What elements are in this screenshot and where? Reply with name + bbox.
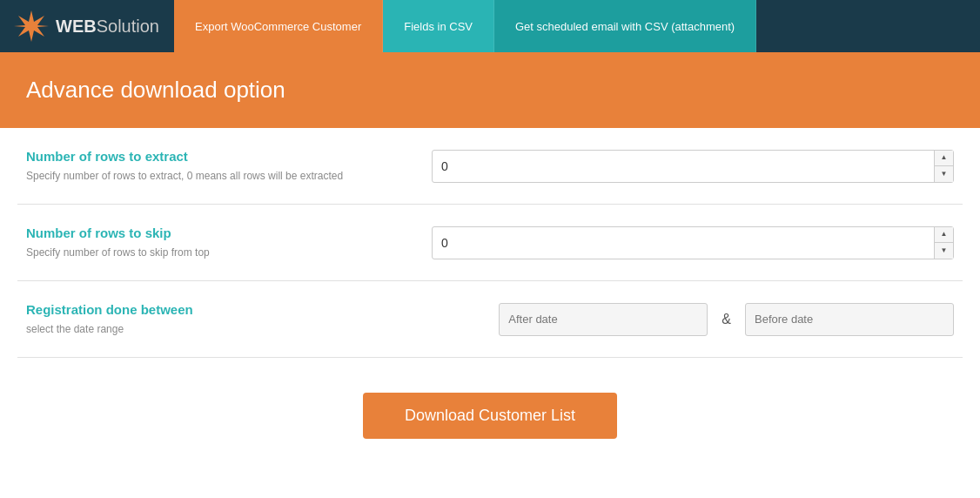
rows-skip-label: Number of rows to skip [26,225,418,240]
rows-extract-hint: Specify number of rows to extract, 0 mea… [26,170,343,182]
rows-extract-decrement[interactable]: ▼ [935,166,953,182]
svg-marker-0 [14,10,49,42]
rows-extract-label-group: Number of rows to extract Specify number… [26,149,418,183]
rows-skip-input[interactable] [432,226,954,259]
logo-icon [14,9,49,44]
rows-extract-input-wrapper: ▲ ▼ [432,150,954,183]
registration-date-label: Registration done between [26,302,418,317]
after-date-input[interactable] [499,303,708,336]
download-customer-list-button[interactable]: Download Customer List [363,393,617,439]
logo-text: WEBSolution [56,17,159,35]
page-title: Advance download option [26,77,954,104]
tab-fields[interactable]: Fields in CSV [383,0,494,52]
rows-skip-row: Number of rows to skip Specify number of… [17,205,963,281]
rows-skip-hint: Specify number of rows to skip from top [26,246,210,259]
rows-skip-decrement[interactable]: ▼ [935,243,953,259]
rows-skip-increment[interactable]: ▲ [935,227,953,244]
rows-extract-input[interactable] [432,150,954,183]
tab-email[interactable]: Get scheduled email with CSV (attachment… [494,0,756,52]
date-separator: & [722,312,731,327]
logo: WEBSolution [0,0,174,52]
registration-date-control: & [418,303,954,336]
rows-extract-increment[interactable]: ▲ [935,151,953,167]
tab-export[interactable]: Export WooCommerce Customer [174,0,383,52]
logo-solution: Solution [97,17,159,36]
rows-skip-label-group: Number of rows to skip Specify number of… [26,225,418,259]
rows-extract-label: Number of rows to extract [26,149,418,164]
rows-skip-input-wrapper: ▲ ▼ [432,226,954,259]
button-row: Download Customer List [17,358,963,465]
rows-extract-row: Number of rows to extract Specify number… [17,128,963,205]
header: WEBSolution Export WooCommerce Customer … [0,0,980,52]
rows-extract-control: ▲ ▼ [418,150,954,183]
registration-date-row: Registration done between select the dat… [17,281,963,358]
rows-extract-spinner: ▲ ▼ [934,151,953,182]
rows-skip-control: ▲ ▼ [418,226,954,259]
nav-tabs: Export WooCommerce Customer Fields in CS… [174,0,980,52]
registration-date-label-group: Registration done between select the dat… [26,302,418,336]
page-title-bar: Advance download option [0,52,980,128]
registration-date-hint: select the date range [26,323,124,335]
main-content: Number of rows to extract Specify number… [0,128,980,465]
logo-web: WEB [56,17,97,36]
rows-skip-spinner: ▲ ▼ [934,227,953,259]
before-date-input[interactable] [745,303,954,336]
